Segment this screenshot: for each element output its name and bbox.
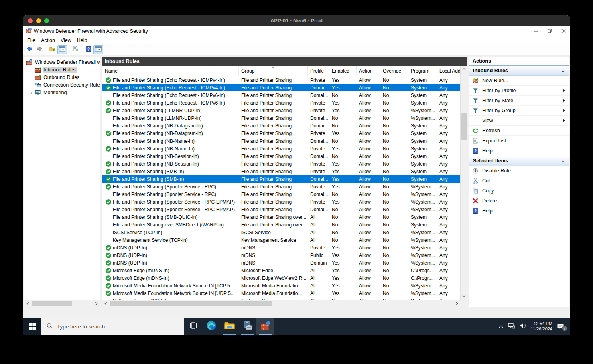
help-button[interactable]: ? <box>84 45 93 54</box>
column-header-name[interactable]: Name <box>102 66 239 76</box>
rule-row[interactable]: File and Printer Sharing (NB-Name-In)Fil… <box>102 137 460 145</box>
rule-row[interactable]: Microsoft Media Foundation Network Sourc… <box>102 282 460 289</box>
restore-button[interactable] <box>543 26 556 36</box>
rule-row[interactable]: Microsoft Media Foundation Network Sourc… <box>102 289 460 297</box>
action-cut[interactable]: Cut <box>469 176 569 186</box>
collapse-arrow-icon[interactable]: ▲ <box>561 69 565 73</box>
rule-row[interactable]: Microsoft Edge (mDNS-In)Microsoft EdgeAl… <box>102 267 460 274</box>
actions-section-header-selected-items[interactable]: Selected Items▲ <box>469 156 569 166</box>
show-console-tree-button[interactable] <box>57 45 67 54</box>
column-header-group[interactable]: ˄Group <box>239 66 308 76</box>
action-export-list[interactable]: Export List... <box>469 136 569 146</box>
rule-row[interactable]: iSCSI Service (TCP-In)iSCSI ServiceAllNo… <box>102 229 460 236</box>
tree-horizontal-scrollbar[interactable] <box>24 300 100 307</box>
rule-row[interactable]: File and Printer Sharing (SMB-In)File an… <box>102 175 460 183</box>
rule-row[interactable]: File and Printer Sharing (Spooler Servic… <box>102 183 460 190</box>
rule-row[interactable]: File and Printer Sharing (Spooler Servic… <box>102 206 460 213</box>
rule-row[interactable]: File and Printer Sharing (NB-Datagram-In… <box>102 122 460 129</box>
menu-action[interactable]: Action <box>38 37 58 44</box>
column-header-program[interactable]: Program <box>408 66 437 76</box>
close-button[interactable] <box>556 26 570 36</box>
network-icon[interactable] <box>508 323 515 330</box>
action-help[interactable]: ?Help <box>469 146 569 156</box>
start-button[interactable] <box>23 318 41 335</box>
back-button[interactable] <box>25 45 35 54</box>
rule-row[interactable]: File and Printer Sharing (Echo Request -… <box>102 76 460 84</box>
scroll-right-icon[interactable] <box>453 300 460 307</box>
taskbar-app-edge[interactable] <box>202 318 220 335</box>
scroll-thumb[interactable] <box>461 113 467 140</box>
search-input[interactable]: Type here to search <box>41 318 184 335</box>
taskbar-app-task-view[interactable] <box>184 318 202 335</box>
action-new-rule[interactable]: New Rule... <box>469 76 569 86</box>
taskbar-clock[interactable]: 12:54 PM 11/26/2024 <box>531 321 552 332</box>
minimize-button[interactable] <box>529 26 543 36</box>
show-action-pane-button[interactable] <box>93 45 103 54</box>
tree-item-connection-security-rules[interactable]: Connection Security Rules <box>24 81 100 89</box>
list-vertical-scrollbar[interactable] <box>460 66 467 300</box>
speaker-icon[interactable] <box>520 323 526 330</box>
scroll-left-icon[interactable] <box>24 300 31 307</box>
menu-view[interactable]: View <box>58 37 74 44</box>
tree-item-outbound-rules[interactable]: Outbound Rules <box>24 73 100 81</box>
action-filter-by-group[interactable]: Filter by Group <box>469 106 569 116</box>
rule-row[interactable]: File and Printer Sharing (SMB-In)File an… <box>102 168 460 175</box>
rule-row[interactable]: File and Printer Sharing (SMB-QUIC-In)Fi… <box>102 213 460 221</box>
action-center-button[interactable]: 1 <box>557 323 565 330</box>
column-header-enabled[interactable]: Enabled <box>329 66 357 76</box>
rule-row[interactable]: mDNS (UDP-In)mDNSPublicYesAllowNo%System… <box>102 251 460 259</box>
rule-row[interactable]: File and Printer Sharing (NB-Datagram-In… <box>102 129 460 137</box>
rule-row[interactable]: File and Printer Sharing (Echo Request -… <box>102 99 460 107</box>
tree-item-inbound-rules[interactable]: Inbound Rules <box>24 66 100 73</box>
list-horizontal-scrollbar[interactable] <box>102 300 460 307</box>
column-header-action[interactable]: Action <box>357 66 380 76</box>
export-list-button[interactable] <box>71 45 80 54</box>
taskbar-app-file-explorer[interactable] <box>220 318 238 335</box>
rule-row[interactable]: File and Printer Sharing over SMBDirect … <box>102 221 460 229</box>
action-view[interactable]: View <box>469 116 569 126</box>
menu-help[interactable]: Help <box>74 37 90 44</box>
tree-item-monitoring[interactable]: ›Monitoring <box>24 89 100 96</box>
action-filter-by-state[interactable]: Filter by State <box>469 96 569 106</box>
tray-chevron-up-icon[interactable] <box>498 323 504 330</box>
scroll-right-icon[interactable] <box>93 300 100 307</box>
rule-row[interactable]: Microsoft Edge (mDNS-In)Microsoft Edge W… <box>102 274 460 282</box>
expand-chevron-icon[interactable]: › <box>29 90 34 95</box>
rule-row[interactable]: File and Printer Sharing (Spooler Servic… <box>102 198 460 206</box>
action-copy[interactable]: Copy <box>469 186 569 196</box>
menu-file[interactable]: File <box>24 37 38 44</box>
actions-section-header-inbound-rules[interactable]: Inbound Rules▲ <box>469 66 569 76</box>
action-refresh[interactable]: Refresh <box>469 126 569 136</box>
up-level-button[interactable] <box>48 45 57 54</box>
tree-root-item[interactable]: Windows Defender Firewall with Advanced … <box>24 58 100 66</box>
column-header-profile[interactable]: Profile <box>308 66 329 76</box>
action-disable-rule[interactable]: Disable Rule <box>469 166 569 176</box>
scroll-left-icon[interactable] <box>102 300 109 307</box>
action-filter-by-profile[interactable]: Filter by Profile <box>469 86 569 96</box>
rule-row[interactable]: Netlogon Service (NP-In)Netlogon Service… <box>102 297 460 300</box>
rule-row[interactable]: File and Printer Sharing (Echo Request -… <box>102 91 460 99</box>
scroll-up-icon[interactable] <box>461 66 467 73</box>
rule-row[interactable]: File and Printer Sharing (Spooler Servic… <box>102 190 460 198</box>
action-help[interactable]: ?Help <box>469 206 569 216</box>
column-header-override[interactable]: Override <box>380 66 408 76</box>
rule-row[interactable]: Key Management Service (TCP-In)Key Manag… <box>102 236 460 244</box>
cell-program: %System... <box>408 260 437 266</box>
action-delete[interactable]: Delete <box>469 196 569 206</box>
forward-button[interactable] <box>35 45 44 54</box>
rule-row[interactable]: mDNS (UDP-In)mDNSPrivateYesAllowNo%Syste… <box>102 244 460 251</box>
scroll-thumb[interactable] <box>110 301 272 306</box>
rule-row[interactable]: File and Printer Sharing (NB-Session-In)… <box>102 160 460 168</box>
scroll-down-icon[interactable] <box>461 293 467 300</box>
rule-row[interactable]: File and Printer Sharing (NB-Name-In)Fil… <box>102 145 460 152</box>
rule-row[interactable]: mDNS (UDP-In)mDNSDomainYesAllowNo%System… <box>102 259 460 267</box>
rule-row[interactable]: File and Printer Sharing (NB-Session-In)… <box>102 152 460 160</box>
rule-row[interactable]: File and Printer Sharing (LLMNR-UDP-In)F… <box>102 107 460 114</box>
column-header-local-address[interactable]: Local Address <box>437 66 460 76</box>
rule-row[interactable]: File and Printer Sharing (Echo Request -… <box>102 84 460 91</box>
rule-row[interactable]: File and Printer Sharing (LLMNR-UDP-In)F… <box>102 114 460 122</box>
collapse-arrow-icon[interactable]: ▲ <box>561 159 565 163</box>
taskbar-app-firewall[interactable] <box>256 318 274 335</box>
taskbar-app-server-manager[interactable] <box>238 318 256 335</box>
scroll-thumb[interactable] <box>32 301 72 306</box>
